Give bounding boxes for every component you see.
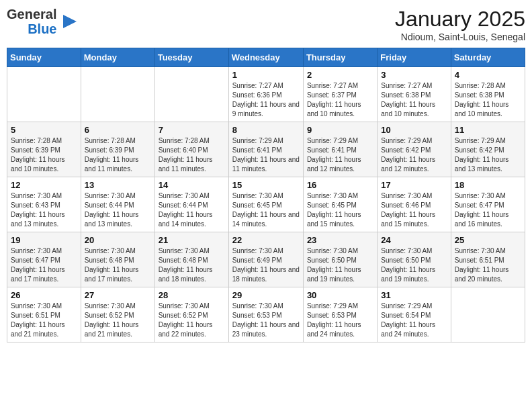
calendar-cell: 2Sunrise: 7:27 AM Sunset: 6:37 PM Daylig… [303,67,377,122]
day-info: Sunrise: 7:30 AM Sunset: 6:44 PM Dayligh… [159,191,225,229]
calendar-cell: 21Sunrise: 7:30 AM Sunset: 6:48 PM Dayli… [154,232,228,287]
day-info: Sunrise: 7:28 AM Sunset: 6:38 PM Dayligh… [455,81,521,119]
week-row-2: 5Sunrise: 7:28 AM Sunset: 6:39 PM Daylig… [7,122,525,177]
day-number: 9 [307,125,373,135]
day-info: Sunrise: 7:29 AM Sunset: 6:42 PM Dayligh… [455,136,521,174]
day-number: 27 [85,290,151,300]
calendar-cell: 22Sunrise: 7:30 AM Sunset: 6:49 PM Dayli… [228,232,303,287]
calendar-cell: 30Sunrise: 7:29 AM Sunset: 6:53 PM Dayli… [303,287,377,342]
logo-blue: Blue [28,21,56,36]
day-number: 4 [455,70,521,80]
calendar-cell: 18Sunrise: 7:30 AM Sunset: 6:47 PM Dayli… [451,177,525,232]
calendar-cell: 9Sunrise: 7:29 AM Sunset: 6:41 PM Daylig… [303,122,377,177]
day-info: Sunrise: 7:30 AM Sunset: 6:48 PM Dayligh… [85,246,151,284]
day-info: Sunrise: 7:30 AM Sunset: 6:47 PM Dayligh… [11,246,77,284]
calendar-cell: 27Sunrise: 7:30 AM Sunset: 6:52 PM Dayli… [81,287,154,342]
week-row-5: 26Sunrise: 7:30 AM Sunset: 6:51 PM Dayli… [7,287,525,342]
location-subtitle: Ndioum, Saint-Louis, Senegal [395,32,525,42]
calendar-cell: 1Sunrise: 7:27 AM Sunset: 6:36 PM Daylig… [228,67,303,122]
day-info: Sunrise: 7:30 AM Sunset: 6:45 PM Dayligh… [232,191,300,229]
day-number: 13 [85,180,151,190]
day-number: 11 [455,125,521,135]
day-info: Sunrise: 7:30 AM Sunset: 6:46 PM Dayligh… [381,191,447,229]
day-number: 17 [381,180,447,190]
day-number: 21 [159,235,225,245]
day-number: 15 [232,180,300,190]
day-info: Sunrise: 7:30 AM Sunset: 6:43 PM Dayligh… [11,191,77,229]
calendar-cell: 7Sunrise: 7:28 AM Sunset: 6:40 PM Daylig… [154,122,228,177]
day-number: 3 [381,70,447,80]
calendar-cell: 15Sunrise: 7:30 AM Sunset: 6:45 PM Dayli… [228,177,303,232]
calendar-cell: 5Sunrise: 7:28 AM Sunset: 6:39 PM Daylig… [7,122,81,177]
week-row-1: 1Sunrise: 7:27 AM Sunset: 6:36 PM Daylig… [7,67,525,122]
day-info: Sunrise: 7:29 AM Sunset: 6:53 PM Dayligh… [307,302,373,339]
calendar-cell: 6Sunrise: 7:28 AM Sunset: 6:39 PM Daylig… [81,122,154,177]
day-number: 19 [11,235,77,245]
day-number: 8 [232,125,300,135]
day-number: 20 [85,235,151,245]
day-info: Sunrise: 7:30 AM Sunset: 6:49 PM Dayligh… [232,246,300,284]
day-number: 10 [381,125,447,135]
day-info: Sunrise: 7:30 AM Sunset: 6:51 PM Dayligh… [455,246,521,284]
calendar-cell: 10Sunrise: 7:29 AM Sunset: 6:42 PM Dayli… [378,122,451,177]
day-info: Sunrise: 7:27 AM Sunset: 6:37 PM Dayligh… [307,81,373,119]
day-number: 22 [232,235,300,245]
title-block: January 2025 Ndioum, Saint-Louis, Senega… [395,7,525,42]
day-info: Sunrise: 7:30 AM Sunset: 6:45 PM Dayligh… [307,191,373,229]
calendar-cell: 14Sunrise: 7:30 AM Sunset: 6:44 PM Dayli… [154,177,228,232]
day-info: Sunrise: 7:30 AM Sunset: 6:47 PM Dayligh… [455,191,521,229]
logo-icon [58,12,77,31]
svg-marker-0 [63,15,77,28]
calendar-table: SundayMondayTuesdayWednesdayThursdayFrid… [7,48,525,342]
weekday-header-friday: Friday [378,48,451,67]
day-number: 24 [381,235,447,245]
day-info: Sunrise: 7:30 AM Sunset: 6:52 PM Dayligh… [159,302,225,339]
day-info: Sunrise: 7:30 AM Sunset: 6:50 PM Dayligh… [307,246,373,284]
day-number: 2 [307,70,373,80]
weekday-header-wednesday: Wednesday [228,48,303,67]
week-row-4: 19Sunrise: 7:30 AM Sunset: 6:47 PM Dayli… [7,232,525,287]
day-info: Sunrise: 7:30 AM Sunset: 6:52 PM Dayligh… [85,302,151,339]
weekday-header-saturday: Saturday [451,48,525,67]
logo-general: General [7,7,56,21]
calendar-cell: 28Sunrise: 7:30 AM Sunset: 6:52 PM Dayli… [154,287,228,342]
day-number: 25 [455,235,521,245]
calendar-cell: 29Sunrise: 7:30 AM Sunset: 6:53 PM Dayli… [228,287,303,342]
day-number: 5 [11,125,77,135]
weekday-header-row: SundayMondayTuesdayWednesdayThursdayFrid… [7,48,525,67]
calendar-cell: 3Sunrise: 7:27 AM Sunset: 6:38 PM Daylig… [378,67,451,122]
calendar-cell: 19Sunrise: 7:30 AM Sunset: 6:47 PM Dayli… [7,232,81,287]
calendar-cell: 13Sunrise: 7:30 AM Sunset: 6:44 PM Dayli… [81,177,154,232]
day-info: Sunrise: 7:30 AM Sunset: 6:48 PM Dayligh… [159,246,225,284]
calendar-cell: 16Sunrise: 7:30 AM Sunset: 6:45 PM Dayli… [303,177,377,232]
day-info: Sunrise: 7:30 AM Sunset: 6:50 PM Dayligh… [381,246,447,284]
day-info: Sunrise: 7:28 AM Sunset: 6:40 PM Dayligh… [159,136,225,174]
page-header: General Blue January 2025 Ndioum, Saint-… [7,7,525,42]
day-number: 18 [455,180,521,190]
calendar-cell: 20Sunrise: 7:30 AM Sunset: 6:48 PM Dayli… [81,232,154,287]
day-number: 7 [159,125,225,135]
day-info: Sunrise: 7:28 AM Sunset: 6:39 PM Dayligh… [11,136,77,174]
weekday-header-thursday: Thursday [303,48,377,67]
day-info: Sunrise: 7:29 AM Sunset: 6:42 PM Dayligh… [381,136,447,174]
day-number: 12 [11,180,77,190]
calendar-cell: 11Sunrise: 7:29 AM Sunset: 6:42 PM Dayli… [451,122,525,177]
calendar-cell [81,67,154,122]
day-number: 6 [85,125,151,135]
weekday-header-tuesday: Tuesday [154,48,228,67]
calendar-cell: 8Sunrise: 7:29 AM Sunset: 6:41 PM Daylig… [228,122,303,177]
calendar-cell: 17Sunrise: 7:30 AM Sunset: 6:46 PM Dayli… [378,177,451,232]
day-info: Sunrise: 7:27 AM Sunset: 6:36 PM Dayligh… [232,81,300,119]
calendar-cell: 25Sunrise: 7:30 AM Sunset: 6:51 PM Dayli… [451,232,525,287]
day-info: Sunrise: 7:27 AM Sunset: 6:38 PM Dayligh… [381,81,447,119]
calendar-cell: 4Sunrise: 7:28 AM Sunset: 6:38 PM Daylig… [451,67,525,122]
day-number: 30 [307,290,373,300]
calendar-cell: 24Sunrise: 7:30 AM Sunset: 6:50 PM Dayli… [378,232,451,287]
logo: General Blue [7,7,77,36]
day-number: 31 [381,290,447,300]
day-info: Sunrise: 7:29 AM Sunset: 6:54 PM Dayligh… [381,302,447,339]
day-number: 1 [232,70,300,80]
calendar-cell: 12Sunrise: 7:30 AM Sunset: 6:43 PM Dayli… [7,177,81,232]
month-title: January 2025 [395,7,525,32]
day-info: Sunrise: 7:30 AM Sunset: 6:44 PM Dayligh… [85,191,151,229]
